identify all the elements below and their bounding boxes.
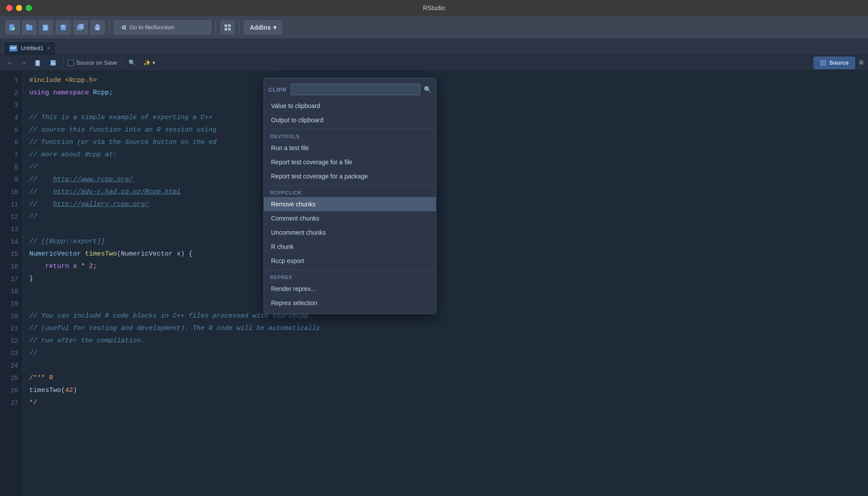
menu-item-value-clipboard[interactable]: Value to clipboard (264, 99, 436, 113)
editor-tab[interactable]: PP Untitled1 × (4, 41, 56, 54)
menu-item-run-test-file[interactable]: Run a test file (264, 141, 436, 155)
menu-item-rccp-export[interactable]: Rccp export (264, 254, 436, 268)
source-on-save-label[interactable]: Source on Save (68, 59, 117, 66)
code-token: // (29, 198, 53, 211)
search-icon: 🔍 (128, 59, 136, 66)
save-button[interactable] (56, 20, 71, 35)
code-token: // [[Rcpp::export]] (29, 236, 105, 248)
menu-item-reprex-selection[interactable]: Reprex selection (264, 296, 436, 310)
save-editor-button[interactable] (47, 57, 59, 69)
menu-search-row: CLIPR 🔍 (264, 82, 436, 99)
code-line: // http://adv-r.had.co.nz/Rcpp.html (29, 186, 868, 198)
code-line: NumericVector timesTwo(NumericVector x) … (29, 248, 868, 260)
code-token: ; (93, 260, 97, 273)
source-button[interactable]: Source (814, 57, 855, 69)
code-content[interactable]: #include <Rcpp.h>using namespace Rcpp;//… (23, 71, 868, 496)
open-file-button[interactable] (39, 20, 53, 35)
menu-item-uncomment-chunks[interactable]: Uncomment chunks (264, 225, 436, 240)
svg-rect-11 (96, 24, 99, 27)
search-editor-button[interactable]: 🔍 (126, 57, 138, 69)
svg-rect-17 (228, 28, 231, 31)
source-label: Source (829, 59, 849, 66)
show-in-files-button[interactable] (32, 57, 44, 69)
code-token: // function (or via the Source button on… (29, 136, 217, 149)
line-number: 13 (0, 223, 18, 236)
menu-item-render-reprex[interactable]: Render reprex... (264, 282, 436, 296)
svg-rect-23 (51, 60, 54, 62)
line-number: 10 (0, 186, 18, 198)
maximize-button[interactable] (26, 5, 32, 11)
menu-item-remove-chunks[interactable]: Remove chunks (264, 197, 436, 211)
line-number: 11 (0, 198, 18, 211)
title-bar: RStudio (0, 0, 868, 16)
code-token: // (29, 174, 53, 186)
forward-button[interactable]: → (18, 57, 29, 69)
code-line: // [[Rcpp::export]] (29, 236, 868, 248)
menu-item-output-clipboard[interactable]: Output to clipboard (264, 113, 436, 127)
code-line: // (useful for testing and development).… (29, 322, 868, 335)
code-line (29, 223, 868, 236)
minimize-button[interactable] (16, 5, 22, 11)
source-icon (820, 60, 826, 66)
source-on-save-checkbox[interactable] (68, 60, 74, 66)
tab-close-button[interactable]: × (47, 45, 50, 51)
goto-icon (120, 24, 127, 31)
menu-search-input[interactable] (291, 84, 421, 95)
goto-file-button[interactable]: Go to file/function (114, 20, 211, 35)
back-button[interactable]: ← (4, 57, 16, 69)
line-number: 4 (0, 112, 18, 124)
code-line: // This is a simple example of exporting… (29, 112, 868, 124)
close-button[interactable] (6, 5, 12, 11)
line-number: 15▾ (0, 248, 18, 260)
open-project-button[interactable] (22, 20, 36, 35)
menu-item-comment-chunks[interactable]: Comment chunks (264, 211, 436, 225)
code-line: // (29, 347, 868, 360)
code-line: timesTwo(42) (29, 384, 868, 397)
svg-rect-13 (124, 25, 126, 30)
addins-button[interactable]: Addins ▾ (244, 20, 282, 35)
code-token: // (29, 161, 37, 174)
menu-item-report-test-coverage-file[interactable]: Report test coverage for a file (264, 155, 436, 169)
save-icon (50, 59, 57, 66)
code-line: // run after the compilation. (29, 335, 868, 347)
format-dropdown: ▾ (152, 59, 155, 66)
menu-item-report-test-coverage-package[interactable]: Report test coverage for a package (264, 169, 436, 183)
files-icon (35, 59, 42, 66)
line-number: 21 (0, 322, 18, 335)
code-token: http://adv-r.had.co.nz/Rcpp.html (53, 186, 181, 198)
line-number: 14 (0, 236, 18, 248)
line-number: 7 (0, 149, 18, 161)
save-copy-button[interactable] (74, 20, 88, 35)
svg-rect-20 (36, 62, 39, 63)
code-token: // (29, 186, 53, 198)
toolbar-separator-3 (239, 21, 240, 34)
grid-button[interactable] (221, 20, 235, 35)
line-number: 16 (0, 260, 18, 273)
code-token: // (29, 211, 37, 223)
line-number: 17 (0, 273, 18, 285)
menu-section-label: REPREX (264, 272, 436, 282)
line-number: 24 (0, 360, 18, 372)
line-number: 19 (0, 298, 18, 310)
code-line: // function (or via the Source button on… (29, 136, 868, 149)
code-line: // http://www.rcpp.org/ (29, 174, 868, 186)
code-token: // run after the compilation. (29, 335, 145, 347)
menu-item-r-chunk[interactable]: R chunk (264, 240, 436, 254)
line-number: 12 (0, 211, 18, 223)
code-token: */ (29, 397, 37, 409)
code-token: /*** R (29, 372, 53, 384)
code-token: #include <Rcpp.h> (29, 74, 97, 87)
new-file-button[interactable] (5, 20, 19, 35)
editor-toolbar-separator-2 (121, 58, 122, 68)
editor-menu-button[interactable]: ≡ (859, 57, 864, 69)
tab-filename: Untitled1 (21, 45, 43, 51)
line-number: 2 (0, 87, 18, 99)
line-number: 20 (0, 310, 18, 322)
svg-rect-4 (26, 24, 29, 26)
addins-arrow: ▾ (273, 24, 276, 31)
app-title: RStudio (423, 4, 445, 12)
format-button[interactable]: ✨ ▾ (141, 57, 158, 69)
print-button[interactable] (90, 20, 105, 35)
menu-section-label: RCPPCLICK (264, 187, 436, 197)
code-token: (NumericVector x) { (117, 248, 193, 260)
